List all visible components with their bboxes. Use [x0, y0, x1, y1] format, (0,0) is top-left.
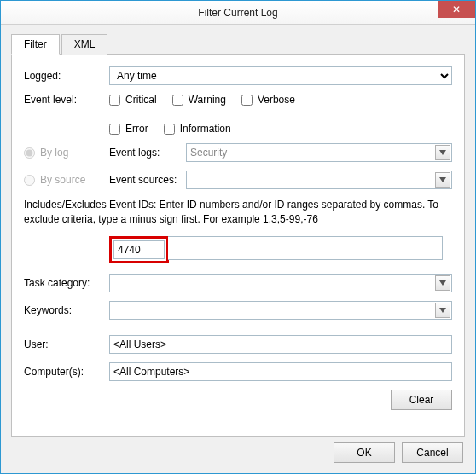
logged-label: Logged:	[24, 70, 109, 82]
tab-xml[interactable]: XML	[61, 34, 108, 55]
error-checkbox-wrap: Error	[109, 123, 148, 135]
cancel-button[interactable]: Cancel	[402, 442, 463, 463]
user-input[interactable]	[109, 335, 452, 354]
event-id-wrap	[109, 236, 452, 263]
logged-select[interactable]: Any time	[109, 66, 452, 85]
window-title: Filter Current Log	[198, 7, 277, 19]
warning-checkbox-wrap: Warning	[172, 94, 226, 106]
information-checkbox-wrap: Information	[164, 123, 231, 135]
critical-label: Critical	[125, 94, 157, 106]
information-checkbox[interactable]	[164, 124, 175, 135]
titlebar: Filter Current Log ✕	[1, 1, 475, 25]
tab-filter[interactable]: Filter	[11, 34, 60, 55]
verbose-checkbox-wrap: Verbose	[241, 94, 295, 106]
ok-button[interactable]: OK	[334, 442, 395, 463]
event-id-help-text: Includes/Excludes Event IDs: Enter ID nu…	[24, 198, 452, 228]
event-logs-label: Event logs:	[109, 147, 186, 159]
task-category-label: Task category:	[24, 277, 109, 289]
by-log-radio-wrap: By log	[24, 147, 109, 159]
dialog-window: Filter Current Log ✕ Filter XML Logged: …	[0, 0, 476, 474]
close-button[interactable]: ✕	[438, 1, 475, 18]
critical-checkbox-wrap: Critical	[109, 94, 157, 106]
task-category-combo[interactable]	[109, 274, 452, 292]
computers-input[interactable]	[109, 362, 452, 381]
information-label: Information	[180, 123, 231, 135]
chevron-down-icon	[435, 145, 450, 160]
keywords-label: Keywords:	[24, 304, 109, 316]
by-source-radio	[24, 175, 35, 186]
warning-label: Warning	[189, 94, 226, 106]
verbose-label: Verbose	[258, 94, 295, 106]
by-source-label: By source	[40, 174, 85, 186]
content-area: Filter XML Logged: Any time Event level:…	[1, 25, 475, 448]
tab-panel-filter: Logged: Any time Event level: Critical	[11, 54, 465, 437]
close-icon: ✕	[452, 4, 461, 14]
event-id-input-rest[interactable]	[168, 236, 443, 260]
chevron-down-icon	[435, 172, 450, 188]
tabstrip: Filter XML	[11, 33, 465, 54]
event-id-highlight	[109, 236, 169, 263]
event-level-label: Event level:	[24, 94, 109, 106]
event-logs-combo[interactable]: Security	[186, 143, 452, 162]
event-logs-value: Security	[190, 147, 434, 159]
error-label: Error	[125, 123, 148, 135]
by-log-label: By log	[40, 147, 68, 159]
critical-checkbox[interactable]	[109, 95, 120, 106]
verbose-checkbox[interactable]	[241, 95, 253, 106]
dialog-button-row: OK Cancel	[334, 442, 463, 463]
event-id-input[interactable]	[113, 240, 165, 259]
computers-label: Computer(s):	[24, 366, 109, 378]
chevron-down-icon	[435, 275, 450, 291]
warning-checkbox[interactable]	[172, 95, 183, 106]
chevron-down-icon	[435, 303, 450, 318]
event-sources-combo[interactable]	[186, 171, 452, 189]
by-log-radio	[24, 147, 35, 159]
error-checkbox[interactable]	[109, 124, 120, 135]
keywords-combo[interactable]	[109, 301, 452, 320]
by-source-radio-wrap: By source	[24, 174, 109, 186]
user-label: User:	[24, 338, 109, 350]
event-sources-label: Event sources:	[109, 174, 186, 186]
clear-button[interactable]: Clear	[391, 390, 452, 410]
